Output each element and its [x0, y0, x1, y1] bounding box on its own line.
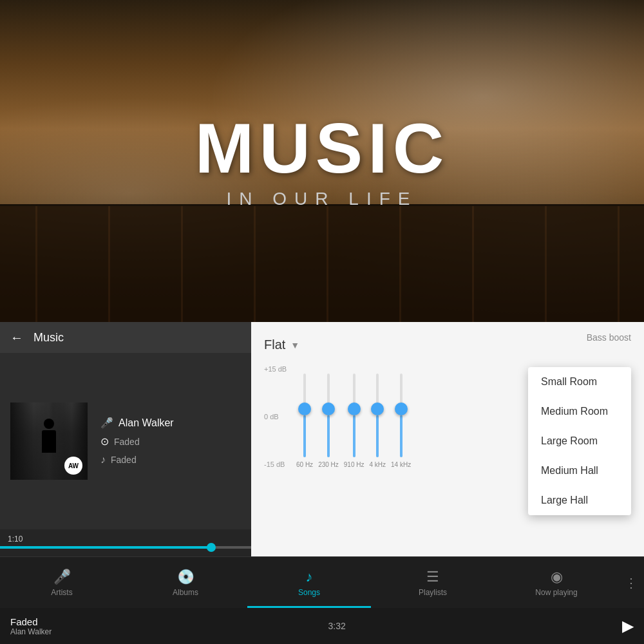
nav-now-playing-label: Now playing	[535, 588, 577, 597]
eq-track-910hz[interactable]	[353, 374, 355, 457]
eq-fill-230hz	[327, 415, 330, 457]
bottom-section: ← Music AW 🎤 Alan Walker	[0, 322, 644, 644]
eq-freq-label-910hz: 910 Hz	[344, 461, 365, 468]
more-button[interactable]: ⋮	[618, 557, 644, 608]
eq-slider-60hz: 60 Hz	[296, 374, 313, 468]
eq-track-4khz[interactable]	[376, 374, 379, 457]
eq-thumb-230hz[interactable]	[322, 402, 335, 415]
track-artist: 🎤 Alan Walker	[100, 417, 174, 429]
db-label-low: -15 dB	[264, 460, 287, 468]
eq-track-60hz[interactable]	[303, 374, 306, 457]
db-labels: +15 dB 0 dB -15 dB	[264, 365, 287, 468]
silhouette-body	[42, 430, 56, 453]
eq-thumb-60hz[interactable]	[298, 402, 311, 415]
hero-subtitle: IN OUR LIFE	[227, 189, 418, 209]
player-header-title: Music	[33, 331, 64, 345]
songs-icon: ♪	[306, 569, 313, 585]
nav-albums-label: Albums	[173, 588, 198, 597]
hero-banner: MUSIC IN OUR LIFE	[0, 0, 644, 322]
eq-freq-label-60hz: 60 Hz	[296, 461, 313, 468]
eq-thumb-14khz[interactable]	[395, 402, 408, 415]
back-button[interactable]: ←	[10, 330, 23, 345]
bottom-artist-name: Alan Walker	[10, 627, 52, 636]
eq-slider-910hz: 910 Hz	[344, 374, 365, 468]
room-option-medium-hall[interactable]: Medium Hall	[528, 456, 631, 486]
eq-track-14khz[interactable]	[400, 374, 402, 457]
track-info: 🎤 Alan Walker ⊙ Faded ♪ Faded	[100, 417, 174, 466]
eq-freq-label-230hz: 230 Hz	[318, 461, 339, 468]
eq-preset-name: Flat	[264, 337, 285, 352]
progress-bar[interactable]	[0, 546, 251, 549]
room-option-small[interactable]: Small Room	[528, 367, 631, 397]
now-playing-content: AW 🎤 Alan Walker ⊙ Faded ♪ Faded	[0, 353, 251, 529]
music-note-icon: ♪	[100, 454, 106, 466]
eq-dropdown-arrow[interactable]: ▼	[290, 340, 299, 350]
bottom-time: 3:32	[328, 621, 346, 631]
silhouette	[39, 419, 59, 464]
eq-slider-4khz: 4 kHz	[370, 374, 386, 468]
track-album: ♪ Faded	[100, 454, 174, 466]
middle-row: ← Music AW 🎤 Alan Walker	[0, 322, 644, 556]
room-option-large[interactable]: Large Room	[528, 426, 631, 456]
eq-thumb-910hz[interactable]	[348, 402, 361, 415]
track-song: ⊙ Faded	[100, 435, 174, 448]
artist-name: Alan Walker	[118, 417, 174, 429]
record-icon: ⊙	[100, 435, 109, 448]
eq-slider-14khz: 14 kHz	[391, 374, 411, 468]
db-label-mid: 0 dB	[264, 413, 287, 421]
eq-fill-60hz	[303, 415, 306, 457]
bottom-track-info: Faded Alan Walker	[10, 616, 52, 636]
eq-fill-14khz	[400, 415, 402, 457]
eq-panel: Bass boost Flat ▼ +15 dB 0 dB -15 dB	[251, 322, 644, 556]
nav-songs[interactable]: ♪ Songs	[247, 557, 371, 608]
room-option-medium[interactable]: Medium Room	[528, 397, 631, 426]
playlists-icon: ☰	[426, 569, 439, 585]
db-label-high: +15 dB	[264, 365, 287, 373]
eq-preset-row: Flat ▼	[264, 337, 631, 352]
albums-icon: 💿	[177, 569, 194, 585]
progress-fill	[0, 546, 214, 549]
hero-title: MUSIC	[195, 113, 449, 184]
room-dropdown: Small Room Medium Room Large Room Medium…	[528, 367, 631, 515]
album-art: AW	[10, 402, 88, 480]
player-header: ← Music	[0, 322, 251, 353]
eq-track-230hz[interactable]	[327, 374, 330, 457]
nav-songs-label: Songs	[298, 588, 320, 597]
progress-thumb[interactable]	[207, 543, 216, 552]
aw-logo: AW	[64, 457, 82, 475]
eq-thumb-4khz[interactable]	[371, 402, 384, 415]
song-name: Faded	[114, 437, 140, 447]
nav-playlists-label: Playlists	[419, 588, 447, 597]
room-option-large-hall[interactable]: Large Hall	[528, 486, 631, 515]
nav-playlists[interactable]: ☰ Playlists	[371, 557, 495, 608]
bass-boost-label: Bass boost	[587, 332, 631, 343]
eq-freq-label-14khz: 14 kHz	[391, 461, 411, 468]
now-playing-icon: ◉	[551, 569, 563, 585]
nav-albums[interactable]: 💿 Albums	[124, 557, 247, 608]
nav-artists-label: Artists	[51, 588, 72, 597]
nav-now-playing[interactable]: ◉ Now playing	[495, 557, 618, 608]
eq-fill-910hz	[353, 415, 355, 457]
bottom-song-name: Faded	[10, 616, 52, 627]
play-button[interactable]: ▶	[622, 617, 634, 635]
silhouette-head	[44, 419, 54, 429]
nav-bar: 🎤 Artists 💿 Albums ♪ Songs ☰ Playlists ◉…	[0, 556, 644, 608]
album-name: Faded	[111, 455, 137, 465]
player-panel: ← Music AW 🎤 Alan Walker	[0, 322, 251, 556]
eq-slider-230hz: 230 Hz	[318, 374, 339, 468]
bottom-bar: Faded Alan Walker 3:32 ▶	[0, 608, 644, 644]
nav-artists[interactable]: 🎤 Artists	[0, 557, 124, 608]
artists-icon: 🎤	[53, 569, 71, 585]
eq-freq-label-4khz: 4 kHz	[370, 461, 386, 468]
progress-area: 1:10	[0, 529, 251, 556]
eq-fill-4khz	[376, 415, 379, 457]
mic-icon: 🎤	[100, 417, 113, 429]
